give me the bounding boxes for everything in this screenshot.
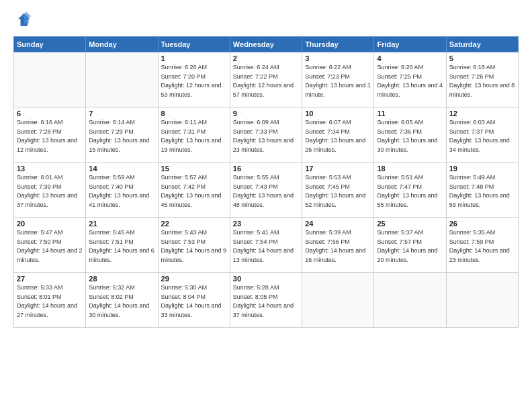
calendar-cell: 18Sunrise: 5:51 AMSunset: 7:47 PMDayligh… [374, 163, 446, 218]
calendar-cell: 30Sunrise: 5:28 AMSunset: 8:05 PMDayligh… [230, 273, 302, 328]
calendar-cell: 23Sunrise: 5:41 AMSunset: 7:54 PMDayligh… [230, 218, 302, 273]
day-info: Sunrise: 5:55 AMSunset: 7:43 PMDaylight:… [233, 173, 299, 210]
day-info: Sunrise: 5:32 AMSunset: 8:02 PMDaylight:… [89, 283, 154, 320]
day-number: 8 [161, 109, 227, 118]
calendar-header-row: SundayMondayTuesdayWednesdayThursdayFrid… [14, 37, 519, 52]
day-number: 16 [233, 165, 299, 173]
day-number: 5 [449, 54, 515, 62]
day-info: Sunrise: 6:18 AMSunset: 7:26 PMDaylight:… [449, 63, 515, 99]
day-info: Sunrise: 5:39 AMSunset: 7:56 PMDaylight:… [305, 228, 371, 265]
day-number: 21 [89, 220, 154, 228]
day-info: Sunrise: 6:16 AMSunset: 7:28 PMDaylight:… [17, 118, 83, 154]
day-number: 24 [305, 220, 371, 228]
day-info: Sunrise: 6:14 AMSunset: 7:29 PMDaylight:… [89, 118, 154, 154]
calendar-cell: 19Sunrise: 5:49 AMSunset: 7:48 PMDayligh… [446, 163, 518, 218]
calendar-cell: 22Sunrise: 5:43 AMSunset: 7:53 PMDayligh… [158, 218, 230, 273]
calendar-cell: 1Sunrise: 6:26 AMSunset: 7:20 PMDaylight… [158, 52, 230, 107]
col-header-thursday: Thursday [302, 37, 374, 52]
day-number: 13 [17, 165, 83, 173]
day-number: 29 [161, 275, 227, 283]
col-header-saturday: Saturday [446, 37, 518, 52]
col-header-tuesday: Tuesday [158, 37, 230, 52]
day-info: Sunrise: 5:41 AMSunset: 7:54 PMDaylight:… [233, 228, 299, 265]
calendar-cell: 25Sunrise: 5:37 AMSunset: 7:57 PMDayligh… [374, 218, 446, 273]
day-number: 2 [233, 54, 299, 62]
calendar-cell: 21Sunrise: 5:45 AMSunset: 7:51 PMDayligh… [86, 218, 158, 273]
calendar-cell: 28Sunrise: 5:32 AMSunset: 8:02 PMDayligh… [86, 273, 158, 328]
day-info: Sunrise: 5:51 AMSunset: 7:47 PMDaylight:… [377, 173, 443, 210]
calendar-cell: 8Sunrise: 6:11 AMSunset: 7:31 PMDaylight… [158, 107, 230, 163]
day-info: Sunrise: 6:03 AMSunset: 7:37 PMDaylight:… [449, 118, 515, 154]
day-info: Sunrise: 5:53 AMSunset: 7:45 PMDaylight:… [305, 173, 371, 210]
day-info: Sunrise: 5:57 AMSunset: 7:42 PMDaylight:… [161, 173, 227, 210]
calendar-cell [374, 273, 446, 328]
day-info: Sunrise: 5:30 AMSunset: 8:04 PMDaylight:… [161, 283, 227, 320]
day-number: 9 [233, 109, 299, 118]
calendar-cell [446, 273, 518, 328]
calendar-cell: 15Sunrise: 5:57 AMSunset: 7:42 PMDayligh… [158, 163, 230, 218]
day-info: Sunrise: 5:49 AMSunset: 7:48 PMDaylight:… [449, 173, 515, 210]
day-number: 1 [161, 54, 227, 62]
week-row-1: 1Sunrise: 6:26 AMSunset: 7:20 PMDaylight… [14, 52, 519, 107]
day-number: 15 [161, 165, 227, 173]
day-info: Sunrise: 6:09 AMSunset: 7:33 PMDaylight:… [233, 118, 299, 154]
day-number: 22 [161, 220, 227, 228]
calendar-cell: 11Sunrise: 6:05 AMSunset: 7:36 PMDayligh… [374, 107, 446, 163]
calendar-cell: 5Sunrise: 6:18 AMSunset: 7:26 PMDaylight… [446, 52, 518, 107]
day-number: 4 [377, 54, 443, 62]
page: SundayMondayTuesdayWednesdayThursdayFrid… [0, 0, 532, 411]
day-number: 18 [377, 165, 443, 173]
calendar-cell: 2Sunrise: 6:24 AMSunset: 7:22 PMDaylight… [230, 52, 302, 107]
calendar-cell: 14Sunrise: 5:59 AMSunset: 7:40 PMDayligh… [86, 163, 158, 218]
week-row-3: 13Sunrise: 6:01 AMSunset: 7:39 PMDayligh… [14, 163, 519, 218]
calendar-cell: 4Sunrise: 6:20 AMSunset: 7:25 PMDaylight… [374, 52, 446, 107]
calendar-table: SundayMondayTuesdayWednesdayThursdayFrid… [13, 36, 519, 328]
day-number: 28 [89, 275, 154, 283]
calendar-cell: 10Sunrise: 6:07 AMSunset: 7:34 PMDayligh… [302, 107, 374, 163]
day-info: Sunrise: 5:33 AMSunset: 8:01 PMDaylight:… [17, 283, 83, 320]
col-header-monday: Monday [86, 37, 158, 52]
header [13, 11, 519, 30]
day-number: 11 [377, 109, 443, 118]
day-number: 30 [233, 275, 299, 283]
day-info: Sunrise: 6:24 AMSunset: 7:22 PMDaylight:… [233, 63, 299, 99]
day-info: Sunrise: 6:22 AMSunset: 7:23 PMDaylight:… [305, 63, 371, 99]
col-header-friday: Friday [374, 37, 446, 52]
calendar-cell: 6Sunrise: 6:16 AMSunset: 7:28 PMDaylight… [14, 107, 86, 163]
calendar-cell: 9Sunrise: 6:09 AMSunset: 7:33 PMDaylight… [230, 107, 302, 163]
calendar-cell: 12Sunrise: 6:03 AMSunset: 7:37 PMDayligh… [446, 107, 518, 163]
calendar-cell: 7Sunrise: 6:14 AMSunset: 7:29 PMDaylight… [86, 107, 158, 163]
day-number: 12 [449, 109, 515, 118]
day-number: 17 [305, 165, 371, 173]
day-info: Sunrise: 5:59 AMSunset: 7:40 PMDaylight:… [89, 173, 154, 210]
day-number: 25 [377, 220, 443, 228]
day-number: 6 [17, 109, 83, 118]
logo-icon [13, 11, 32, 30]
calendar-cell [14, 52, 86, 107]
week-row-2: 6Sunrise: 6:16 AMSunset: 7:28 PMDaylight… [14, 107, 519, 163]
calendar-cell: 3Sunrise: 6:22 AMSunset: 7:23 PMDaylight… [302, 52, 374, 107]
calendar-cell: 27Sunrise: 5:33 AMSunset: 8:01 PMDayligh… [14, 273, 86, 328]
calendar-cell [302, 273, 374, 328]
day-number: 7 [89, 109, 154, 118]
logo [13, 11, 35, 30]
col-header-sunday: Sunday [14, 37, 86, 52]
calendar-cell: 29Sunrise: 5:30 AMSunset: 8:04 PMDayligh… [158, 273, 230, 328]
week-row-4: 20Sunrise: 5:47 AMSunset: 7:50 PMDayligh… [14, 218, 519, 273]
day-number: 23 [233, 220, 299, 228]
day-info: Sunrise: 6:05 AMSunset: 7:36 PMDaylight:… [377, 118, 443, 154]
day-info: Sunrise: 5:45 AMSunset: 7:51 PMDaylight:… [89, 228, 154, 265]
day-info: Sunrise: 6:20 AMSunset: 7:25 PMDaylight:… [377, 63, 443, 99]
col-header-wednesday: Wednesday [230, 37, 302, 52]
calendar-cell: 26Sunrise: 5:35 AMSunset: 7:59 PMDayligh… [446, 218, 518, 273]
week-row-5: 27Sunrise: 5:33 AMSunset: 8:01 PMDayligh… [14, 273, 519, 328]
day-info: Sunrise: 5:47 AMSunset: 7:50 PMDaylight:… [17, 228, 83, 265]
calendar-cell [86, 52, 158, 107]
day-info: Sunrise: 5:37 AMSunset: 7:57 PMDaylight:… [377, 228, 443, 265]
day-info: Sunrise: 6:11 AMSunset: 7:31 PMDaylight:… [161, 118, 227, 154]
calendar-cell: 17Sunrise: 5:53 AMSunset: 7:45 PMDayligh… [302, 163, 374, 218]
calendar-cell: 24Sunrise: 5:39 AMSunset: 7:56 PMDayligh… [302, 218, 374, 273]
day-number: 3 [305, 54, 371, 62]
day-info: Sunrise: 6:07 AMSunset: 7:34 PMDaylight:… [305, 118, 371, 154]
day-number: 27 [17, 275, 83, 283]
